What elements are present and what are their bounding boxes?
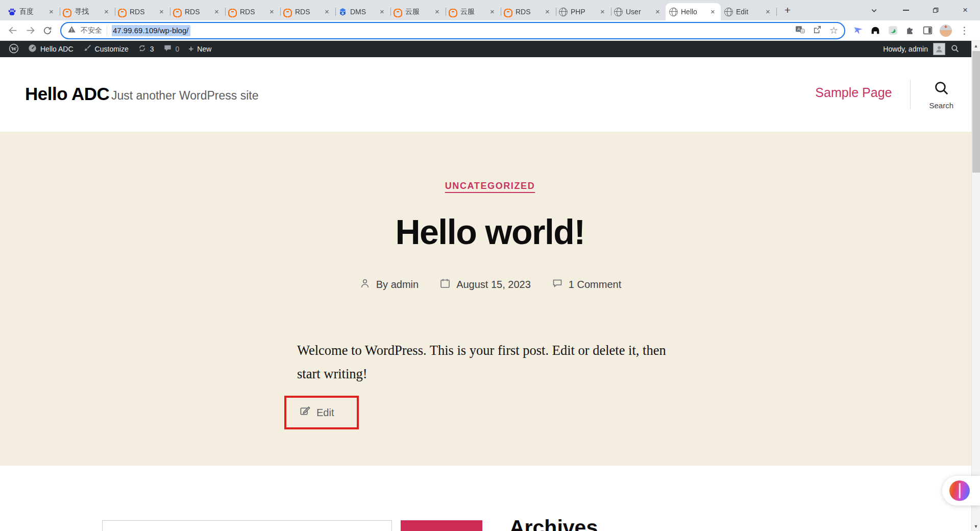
tab-title: RDS <box>240 8 264 16</box>
browser-menu-icon[interactable]: ⋮ <box>959 25 972 36</box>
dashboard-gauge-icon <box>28 44 37 54</box>
security-label[interactable]: 不安全 <box>81 26 102 35</box>
svg-text:W: W <box>11 45 17 52</box>
comments-bubble-icon <box>163 44 172 54</box>
tab-title: Edit <box>736 8 761 16</box>
refresh-button[interactable] <box>39 22 56 39</box>
page-viewport: W Hello ADC Customize 3 0 + New Howdy, a… <box>0 41 980 531</box>
calendar-icon <box>439 277 451 292</box>
side-panel-icon[interactable] <box>922 25 933 36</box>
close-window-button[interactable]: × <box>950 0 980 20</box>
translate-icon[interactable]: AG <box>795 25 805 36</box>
header-right: Sample Page Search <box>815 80 953 110</box>
browser-tab[interactable]: Edit × <box>721 3 776 20</box>
tab-title: RDS <box>185 8 209 16</box>
address-bar[interactable]: 不安全 47.99.69.109/wp-blog/ AG ☆ <box>60 22 845 39</box>
browser-tab[interactable]: RDS × <box>225 3 280 20</box>
tab-list-chevron-icon[interactable] <box>863 0 885 20</box>
scrollbar-up-icon[interactable]: ▲ <box>972 41 980 50</box>
scrollbar-thumb[interactable] <box>972 51 980 173</box>
bookmark-star-icon[interactable]: ☆ <box>829 26 838 35</box>
updates-refresh-icon <box>138 44 146 54</box>
post-category-link[interactable]: UNCATEGORIZED <box>445 181 535 191</box>
tab-close-icon[interactable]: × <box>157 8 166 16</box>
minimize-button[interactable] <box>891 0 921 20</box>
extensions-puzzle-icon[interactable] <box>905 25 916 36</box>
browser-tab[interactable]: User × <box>610 3 666 20</box>
scrollbar-down-icon[interactable]: ▼ <box>972 522 980 530</box>
footer-search-input[interactable] <box>102 520 392 531</box>
wp-logo-menu[interactable]: W <box>4 41 23 57</box>
tab-close-icon[interactable]: × <box>323 8 331 16</box>
admin-bar-comments[interactable]: 0 <box>159 41 184 57</box>
browser-toolbar: 不安全 47.99.69.109/wp-blog/ AG ☆ ⋮ <box>0 20 980 41</box>
admin-bar-updates[interactable]: 3 <box>133 41 159 57</box>
url-text-selected[interactable]: 47.99.69.109/wp-blog/ <box>112 25 190 36</box>
admin-bar-customize[interactable]: Customize <box>78 41 133 57</box>
tab-close-icon[interactable]: × <box>47 8 56 16</box>
tab-title: Hello <box>681 8 705 16</box>
browser-tab[interactable]: PHP × <box>555 3 610 20</box>
tab-title: PHP <box>571 8 595 16</box>
restore-button[interactable] <box>921 0 950 20</box>
tab-close-icon[interactable]: × <box>708 8 717 16</box>
tab-title: RDS <box>295 8 320 16</box>
tab-close-icon[interactable]: × <box>543 8 552 16</box>
tab-close-icon[interactable]: × <box>433 8 442 16</box>
tab-close-icon[interactable]: × <box>378 8 386 16</box>
share-icon[interactable] <box>813 25 822 36</box>
site-title[interactable]: Hello ADC <box>25 84 109 104</box>
admin-bar-new[interactable]: + New <box>184 41 216 57</box>
green-chat-extension-icon[interactable] <box>888 25 898 36</box>
post-author-link[interactable]: By admin <box>359 277 419 292</box>
admin-bar-site-name[interactable]: Hello ADC <box>23 41 78 57</box>
header-search-toggle[interactable]: Search <box>929 80 953 110</box>
tab-title: DMS <box>350 8 375 16</box>
globe-favicon-icon <box>614 8 623 16</box>
browser-tab[interactable]: RDS × <box>280 3 335 20</box>
assistant-floating-button[interactable] <box>942 476 980 505</box>
browser-tab[interactable]: 云服 × <box>390 3 445 20</box>
forward-button[interactable] <box>21 22 39 39</box>
omnibox-divider <box>107 26 107 35</box>
browser-tab-active[interactable]: Hello × <box>666 3 721 20</box>
browser-tab[interactable]: RDS × <box>500 3 555 20</box>
bird-extension-icon[interactable] <box>853 25 864 36</box>
comment-count: 0 <box>176 45 180 53</box>
archives-heading: Archives <box>509 516 598 531</box>
browser-tab[interactable]: 云服 × <box>445 3 500 20</box>
nav-sample-page-link[interactable]: Sample Page <box>815 80 892 100</box>
aliyun-favicon-icon <box>228 8 237 16</box>
admin-search-icon[interactable] <box>950 44 960 55</box>
tab-close-icon[interactable]: × <box>598 8 607 16</box>
tab-close-icon[interactable]: × <box>102 8 111 16</box>
browser-tab[interactable]: DMS × <box>335 3 390 20</box>
globe-favicon-icon <box>724 8 733 16</box>
tab-close-icon[interactable]: × <box>267 8 276 16</box>
page-scrollbar[interactable]: ▲ ▼ <box>971 41 980 531</box>
new-plus-icon: + <box>188 44 193 54</box>
restore-icon <box>932 7 939 14</box>
tab-close-icon[interactable]: × <box>212 8 221 16</box>
new-tab-button[interactable]: + <box>780 3 795 18</box>
post-comments-link[interactable]: 1 Comment <box>551 277 621 292</box>
howdy-label[interactable]: Howdy, admin <box>883 45 928 53</box>
browser-tab[interactable]: 百度 × <box>4 3 59 20</box>
tab-close-icon[interactable]: × <box>764 8 772 16</box>
wordpress-logo-icon: W <box>9 43 19 55</box>
headphones-extension-icon[interactable] <box>870 25 881 36</box>
browser-tab[interactable]: 寻找 × <box>59 3 114 20</box>
footer-search-button[interactable] <box>401 520 482 531</box>
tab-close-icon[interactable]: × <box>653 8 662 16</box>
header-search-icon <box>933 80 950 99</box>
back-button[interactable] <box>4 22 21 39</box>
browser-tab[interactable]: RDS × <box>114 3 169 20</box>
tab-close-icon[interactable]: × <box>488 8 497 16</box>
profile-avatar[interactable] <box>940 25 952 37</box>
admin-avatar[interactable] <box>933 43 945 55</box>
comment-bubble-icon <box>551 277 564 292</box>
post-date-link[interactable]: August 15, 2023 <box>439 277 531 292</box>
aliyun-favicon-icon <box>118 8 127 16</box>
browser-tab[interactable]: RDS × <box>169 3 225 20</box>
edit-post-link[interactable]: Edit <box>316 407 334 419</box>
